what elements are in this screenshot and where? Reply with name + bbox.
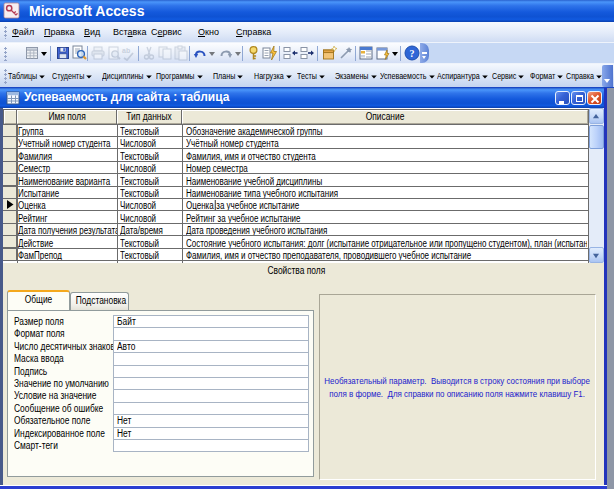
svg-text:ab: ab <box>122 47 130 54</box>
svg-text:?: ? <box>409 48 414 59</box>
